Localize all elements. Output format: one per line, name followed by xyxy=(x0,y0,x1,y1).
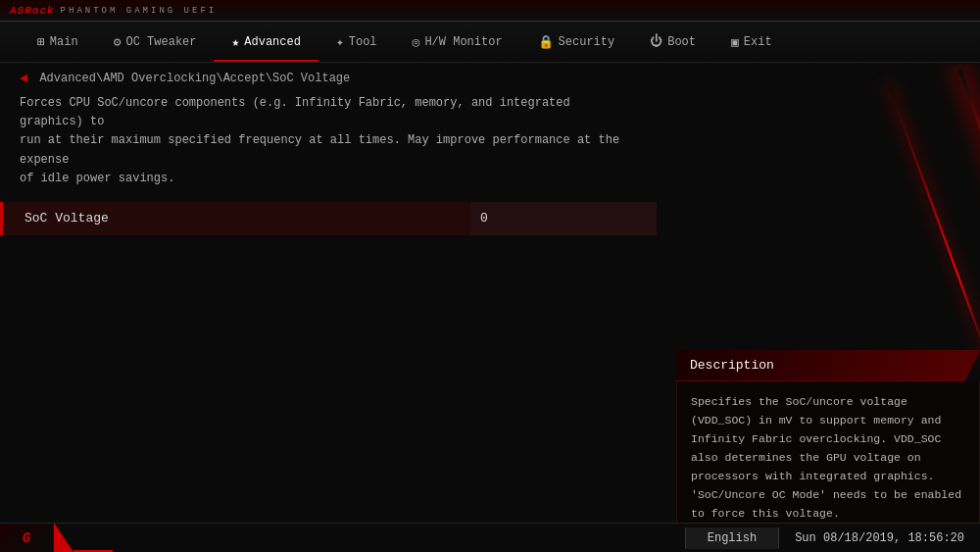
right-panel: Description Specifies the SoC/uncore vol… xyxy=(676,350,980,536)
nav-security-label: Security xyxy=(559,35,615,49)
nav-exit-label: Exit xyxy=(744,35,772,49)
datetime-display: Sun 08/18/2019, 18:56:20 xyxy=(779,527,980,549)
description-header: Description xyxy=(676,350,980,381)
bottom-logo-text: G xyxy=(23,530,30,546)
breadcrumb: ◄ Advanced\AMD Overclocking\Accept\SoC V… xyxy=(0,63,980,94)
bottom-logo: G xyxy=(0,524,54,553)
soc-voltage-label: SoC Voltage xyxy=(0,202,470,235)
nav-boot[interactable]: ⏻ Boot xyxy=(632,28,713,55)
back-arrow-icon[interactable]: ◄ xyxy=(20,71,27,86)
nav-oc-tweaker[interactable]: ⚙ OC Tweaker xyxy=(96,28,215,56)
nav-oc-tweaker-label: OC Tweaker xyxy=(125,35,196,49)
nav-hw-monitor[interactable]: ◎ H/W Monitor xyxy=(395,28,520,56)
nav-main-label: Main xyxy=(50,35,78,49)
nav-tool-label: Tool xyxy=(349,35,377,49)
nav-hw-monitor-label: H/W Monitor xyxy=(424,35,502,49)
brand-logo: ASRock xyxy=(10,5,55,17)
soc-voltage-value[interactable]: 0 xyxy=(470,202,657,235)
nav-bar: ⊞ Main ⚙ OC Tweaker ★ Advanced ✦ Tool ◎ … xyxy=(0,22,980,63)
soc-voltage-row[interactable]: SoC Voltage 0 xyxy=(0,202,657,235)
breadcrumb-text: Advanced\AMD Overclocking\Accept\SoC Vol… xyxy=(39,72,350,85)
nav-advanced[interactable]: ★ Advanced xyxy=(214,28,318,56)
oc-tweaker-icon: ⚙ xyxy=(114,34,122,50)
language-selector[interactable]: English xyxy=(685,527,779,549)
advanced-icon: ★ xyxy=(231,34,239,50)
brand-subtitle: PHANTOM GAMING UEFI xyxy=(61,6,218,16)
nav-advanced-label: Advanced xyxy=(244,35,301,49)
nav-boot-label: Boot xyxy=(667,35,696,49)
bottom-accent xyxy=(54,523,113,552)
left-panel: SoC Voltage 0 xyxy=(0,202,657,235)
boot-icon: ⏻ xyxy=(650,34,662,49)
main-content: SoC Voltage 0 Description Specifies the … xyxy=(0,198,980,235)
nav-main[interactable]: ⊞ Main xyxy=(20,28,96,56)
bottom-bar: G English Sun 08/18/2019, 18:56:20 xyxy=(0,523,980,552)
security-icon: 🔒 xyxy=(538,34,554,50)
exit-icon: ▣ xyxy=(731,34,739,50)
description-body: Specifies the SoC/uncore voltage (VDD_SO… xyxy=(676,381,980,536)
main-icon: ⊞ xyxy=(37,34,45,50)
help-text-area: Forces CPU SoC/uncore components (e.g. I… xyxy=(0,94,647,198)
top-bar: ASRock PHANTOM GAMING UEFI xyxy=(0,0,980,22)
tool-icon: ✦ xyxy=(336,34,344,50)
nav-security[interactable]: 🔒 Security xyxy=(520,28,633,56)
nav-tool[interactable]: ✦ Tool xyxy=(318,28,395,56)
hw-monitor-icon: ◎ xyxy=(413,34,420,50)
help-text: Forces CPU SoC/uncore components (e.g. I… xyxy=(20,96,619,185)
nav-exit[interactable]: ▣ Exit xyxy=(713,28,790,56)
